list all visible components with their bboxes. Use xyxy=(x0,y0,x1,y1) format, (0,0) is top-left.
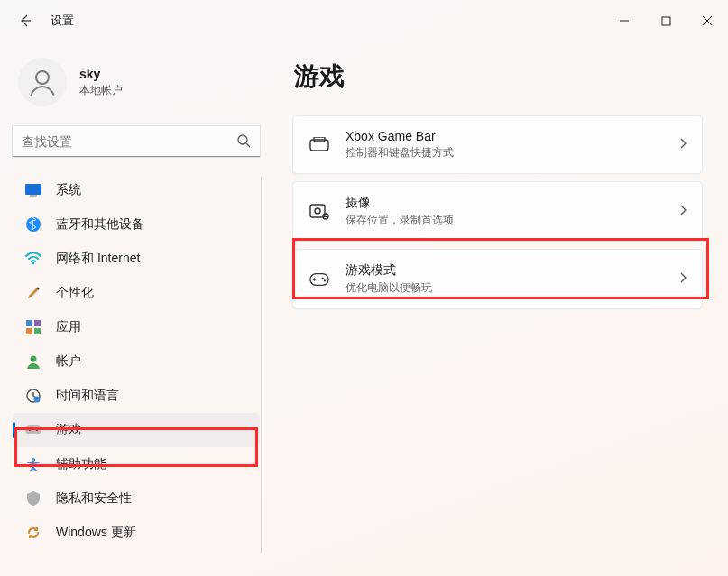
sidebar-item-bluetooth[interactable]: 蓝牙和其他设备 xyxy=(13,207,260,242)
sidebar-item-privacy[interactable]: 隐私和安全性 xyxy=(13,481,260,516)
sidebar-item-network[interactable]: 网络和 Internet xyxy=(13,242,260,276)
avatar xyxy=(18,58,67,106)
sidebar-item-update[interactable]: Windows 更新 xyxy=(13,516,260,550)
svg-rect-10 xyxy=(34,328,41,334)
gamepad-icon xyxy=(25,422,41,438)
card-subtitle: 保存位置，录制首选项 xyxy=(346,213,662,228)
clock-globe-icon xyxy=(25,388,41,404)
xbox-game-bar-icon xyxy=(309,135,329,155)
card-subtitle: 优化电脑以便畅玩 xyxy=(346,280,662,296)
arrow-left-icon xyxy=(18,14,32,28)
sidebar-item-label: 个性化 xyxy=(56,285,94,301)
sidebar-item-accounts[interactable]: 帐户 xyxy=(13,344,260,379)
game-mode-icon xyxy=(309,270,329,289)
maximize-button[interactable] xyxy=(645,6,687,35)
minimize-button[interactable] xyxy=(604,6,645,35)
sidebar-item-time-language[interactable]: 时间和语言 xyxy=(13,379,260,413)
card-title: 游戏模式 xyxy=(346,262,662,279)
sidebar-item-label: 时间和语言 xyxy=(56,388,119,404)
svg-point-22 xyxy=(323,214,328,219)
sidebar-item-accessibility[interactable]: 辅助功能 xyxy=(13,447,260,481)
svg-point-15 xyxy=(29,429,31,431)
sidebar-item-label: 游戏 xyxy=(56,422,81,438)
nav-separator xyxy=(261,177,262,553)
svg-rect-14 xyxy=(25,425,41,434)
sidebar-item-gaming[interactable]: 游戏 xyxy=(13,413,260,447)
user-type: 本地帐户 xyxy=(79,83,123,98)
display-icon xyxy=(25,182,41,198)
svg-point-5 xyxy=(26,217,41,232)
sidebar-item-personalization[interactable]: 个性化 xyxy=(13,276,260,310)
shield-icon xyxy=(25,490,41,507)
minimize-icon xyxy=(619,15,630,26)
svg-point-17 xyxy=(32,458,35,462)
svg-point-6 xyxy=(32,262,35,265)
svg-rect-3 xyxy=(25,184,41,195)
sidebar-item-system[interactable]: 系统 xyxy=(13,173,260,207)
update-icon xyxy=(25,525,41,541)
search-box[interactable] xyxy=(13,126,260,157)
card-title: 摄像 xyxy=(346,195,662,211)
svg-point-13 xyxy=(34,397,41,403)
search-input[interactable] xyxy=(13,126,260,157)
user-name: sky xyxy=(79,67,123,81)
svg-rect-7 xyxy=(26,320,32,326)
sidebar-item-label: Windows 更新 xyxy=(56,525,136,541)
search-icon xyxy=(236,133,251,151)
brush-icon xyxy=(25,285,41,301)
sidebar: sky 本地帐户 系统 蓝牙和其他设备 xyxy=(0,41,271,576)
back-button[interactable] xyxy=(7,3,43,39)
svg-point-2 xyxy=(238,135,247,144)
sidebar-item-label: 系统 xyxy=(56,182,81,198)
svg-point-21 xyxy=(315,208,320,214)
sidebar-item-apps[interactable]: 应用 xyxy=(13,310,260,344)
titlebar: 设置 xyxy=(0,0,728,41)
sidebar-item-label: 隐私和安全性 xyxy=(56,490,132,507)
svg-point-1 xyxy=(36,71,49,84)
maximize-icon xyxy=(661,16,671,26)
chevron-right-icon xyxy=(678,271,687,288)
card-game-mode[interactable]: 游戏模式 优化电脑以便畅玩 xyxy=(292,249,703,309)
svg-point-25 xyxy=(324,279,326,281)
svg-rect-4 xyxy=(30,195,37,197)
window-controls xyxy=(604,6,728,35)
close-button[interactable] xyxy=(687,6,728,35)
svg-point-11 xyxy=(31,356,37,362)
close-icon xyxy=(702,15,713,26)
nav: 系统 蓝牙和其他设备 网络和 Internet 个性化 xyxy=(13,173,260,550)
svg-point-16 xyxy=(36,429,38,431)
card-subtitle: 控制器和键盘快捷方式 xyxy=(346,145,662,160)
wifi-icon xyxy=(25,251,41,267)
person-icon xyxy=(26,66,59,98)
sidebar-item-label: 帐户 xyxy=(56,353,81,370)
page-title: 游戏 xyxy=(294,59,703,94)
sidebar-item-label: 辅助功能 xyxy=(56,456,106,472)
svg-rect-0 xyxy=(662,17,670,25)
content: 游戏 Xbox Game Bar 控制器和键盘快捷方式 摄像 保存位置，录制首选… xyxy=(271,41,728,576)
app-title: 设置 xyxy=(51,13,74,29)
user-block[interactable]: sky 本地帐户 xyxy=(13,54,260,119)
svg-rect-9 xyxy=(26,328,32,334)
accessibility-icon xyxy=(25,456,41,472)
sidebar-item-label: 网络和 Internet xyxy=(56,251,140,267)
bluetooth-icon xyxy=(25,216,41,233)
svg-point-24 xyxy=(322,277,324,279)
card-title: Xbox Game Bar xyxy=(346,129,662,143)
sidebar-item-label: 蓝牙和其他设备 xyxy=(56,216,144,233)
card-xbox-game-bar[interactable]: Xbox Game Bar 控制器和键盘快捷方式 xyxy=(292,115,703,174)
sidebar-item-label: 应用 xyxy=(56,319,81,335)
chevron-right-icon xyxy=(678,137,687,153)
svg-rect-8 xyxy=(34,320,41,326)
account-icon xyxy=(25,353,41,370)
card-captures[interactable]: 摄像 保存位置，录制首选项 xyxy=(292,181,703,242)
apps-icon xyxy=(25,319,41,335)
capture-icon xyxy=(309,202,329,222)
chevron-right-icon xyxy=(678,204,687,220)
